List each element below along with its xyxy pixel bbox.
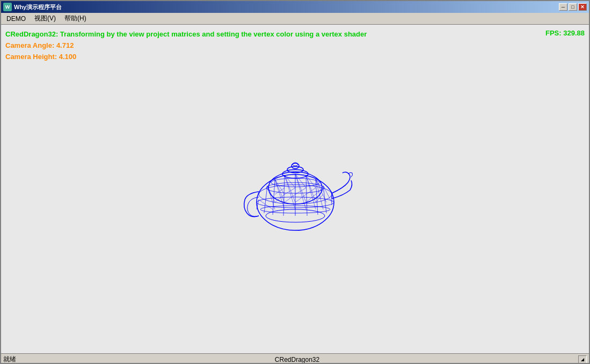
camera-height: Camera Height: 4.100 (5, 52, 367, 63)
status-center-text: CRedDragon32 (275, 356, 319, 363)
app-icon: W (3, 3, 12, 11)
title-bar: W Why演示程序平台 ─ □ ✕ (1, 1, 589, 13)
close-button[interactable]: ✕ (578, 3, 587, 11)
maximize-button[interactable]: □ (569, 3, 577, 11)
svg-line-24 (295, 174, 306, 188)
menu-help[interactable]: 帮助(H) (60, 13, 91, 24)
svg-line-36 (275, 179, 285, 209)
menu-demo[interactable]: DEMO (2, 14, 30, 24)
svg-line-27 (267, 186, 275, 202)
status-bar: 就绪 CRedDragon32 ◢ (1, 353, 589, 364)
info-overlay: CRedDragon32: Transforming by the view p… (5, 29, 367, 62)
svg-line-40 (316, 179, 323, 209)
resize-handle[interactable]: ◢ (578, 355, 587, 364)
fps-display: FPS: 329.88 (545, 29, 585, 37)
svg-line-45 (316, 188, 323, 194)
menu-view[interactable]: 视图(V) (30, 13, 60, 24)
status-ready: 就绪 (3, 355, 16, 364)
svg-line-37 (285, 175, 295, 209)
svg-line-34 (259, 200, 273, 209)
title-bar-left: W Why演示程序平台 (3, 3, 62, 11)
svg-line-39 (306, 175, 316, 209)
main-viewport: CRedDragon32: Transforming by the view p… (1, 25, 589, 353)
svg-line-33 (323, 186, 332, 202)
teapot-container (236, 146, 354, 232)
minimize-button[interactable]: ─ (559, 3, 567, 11)
info-title: CRedDragon32: Transforming by the view p… (5, 29, 367, 40)
teapot-svg (236, 146, 354, 232)
title-bar-text: Why演示程序平台 (14, 3, 62, 11)
svg-line-23 (285, 175, 295, 188)
camera-angle: Camera Angle: 4.712 (5, 40, 367, 52)
menu-bar: DEMO 视图(V) 帮助(H) (1, 13, 589, 25)
title-bar-buttons: ─ □ ✕ (559, 3, 587, 11)
svg-line-42 (275, 188, 285, 194)
